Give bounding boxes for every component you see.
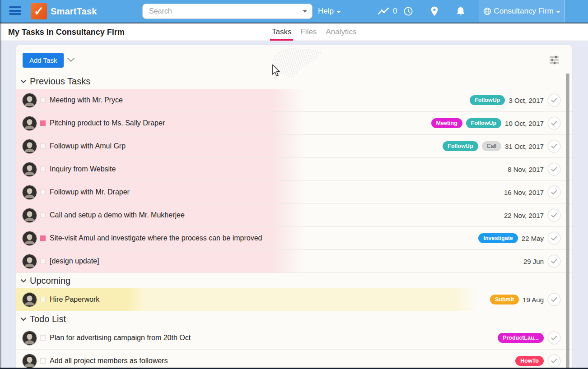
task-checkbox[interactable] <box>40 143 46 149</box>
task-row[interactable]: Followup with Mr. Draper 16 Nov, 2017 <box>16 181 572 204</box>
task-title: Followup with Amul Grp <box>50 142 126 150</box>
due-date: 31 Oct, 2017 <box>505 143 544 150</box>
task-row[interactable]: Add all project members as followers How… <box>16 350 572 369</box>
task-row[interactable]: Followup with Amul Grp FollowUpCall31 Oc… <box>16 135 572 158</box>
tag-pill[interactable]: FollowUp <box>443 141 478 151</box>
tag-pill[interactable]: Investigate <box>478 233 518 243</box>
workspace-caret-icon <box>556 11 560 13</box>
tag-pill[interactable]: Submit <box>490 295 519 304</box>
tag-pill[interactable]: HowTo <box>515 356 544 366</box>
task-list: Previous Tasks Meeting with Mr. Pryce Fo… <box>16 74 572 369</box>
assignee-avatar[interactable] <box>23 93 37 107</box>
task-row[interactable]: Site-visit Amul and investigate where th… <box>16 227 572 250</box>
tag-pill[interactable]: FollowUp <box>466 118 501 128</box>
tab-files[interactable]: Files <box>299 23 317 41</box>
task-title: Add all project members as followers <box>50 357 168 365</box>
task-row[interactable]: [design update] 29 Jun <box>16 250 572 273</box>
complete-check-icon[interactable] <box>547 185 561 199</box>
task-title: Site-visit Amul and investigate where th… <box>50 234 262 242</box>
tag-pill[interactable]: FollowUp <box>470 95 505 105</box>
list-toolbar: Add Task <box>16 45 572 74</box>
tag-pill[interactable]: Meeting <box>431 118 462 128</box>
task-title: Hire Paperwork <box>50 295 99 304</box>
window-frame-left <box>0 0 1 369</box>
globe-icon <box>483 7 491 15</box>
task-row[interactable]: Meeting with Mr. Pryce FollowUp3 Oct, 20… <box>16 89 572 112</box>
help-caret-icon <box>336 11 341 13</box>
render-artifact <box>269 48 322 78</box>
tag-pill[interactable]: ProductLau... <box>498 333 544 343</box>
task-list-card: Add Task Previous Tasks Meeting w <box>16 45 572 369</box>
task-checkbox[interactable] <box>40 189 46 195</box>
task-row[interactable]: Call and setup a demo with Mr. Mukherjee… <box>16 204 572 227</box>
complete-check-icon[interactable] <box>547 354 561 368</box>
complete-check-icon[interactable] <box>547 116 561 130</box>
section-chevron-icon <box>20 79 27 83</box>
assignee-avatar[interactable] <box>23 354 37 368</box>
complete-check-icon[interactable] <box>547 162 561 176</box>
menu-icon[interactable] <box>9 6 21 16</box>
task-title: Plan for advertising campaign from 20th … <box>50 334 191 342</box>
task-title: Call and setup a demo with Mr. Mukherjee <box>50 211 185 219</box>
filter-icon[interactable] <box>548 55 560 65</box>
bell-icon[interactable] <box>455 0 466 23</box>
task-row[interactable]: Pitching product to Ms. Sally Draper Mee… <box>16 112 572 135</box>
task-checkbox[interactable] <box>40 297 46 302</box>
task-row[interactable]: Plan for advertising campaign from 20th … <box>16 327 572 350</box>
complete-check-icon[interactable] <box>547 139 561 153</box>
assignee-avatar[interactable] <box>23 231 37 245</box>
task-title: Meeting with Mr. Pryce <box>50 96 123 104</box>
task-checkbox[interactable] <box>40 166 46 172</box>
complete-check-icon[interactable] <box>547 208 561 222</box>
due-date: 19 Aug <box>523 296 544 304</box>
task-checkbox[interactable] <box>40 212 46 218</box>
task-checkbox[interactable] <box>40 258 46 264</box>
list-scrollbar[interactable] <box>566 74 569 369</box>
task-meta: 29 Jun <box>523 254 572 268</box>
workspace-menu[interactable]: Consultancy Firm <box>479 0 565 23</box>
task-checkbox[interactable] <box>40 335 46 341</box>
add-task-button[interactable]: Add Task <box>23 53 64 68</box>
assignee-avatar[interactable] <box>23 208 37 222</box>
complete-check-icon[interactable] <box>547 293 561 306</box>
app-logo-icon[interactable]: ✓ <box>31 3 47 19</box>
task-title: Pitching product to Ms. Sally Draper <box>50 119 165 127</box>
task-title: Followup with Mr. Draper <box>50 188 130 196</box>
assignee-avatar[interactable] <box>23 139 37 153</box>
complete-check-icon[interactable] <box>547 254 561 268</box>
assignee-avatar[interactable] <box>23 185 37 199</box>
assignee-avatar[interactable] <box>23 293 37 307</box>
tab-tasks[interactable]: Tasks <box>271 23 292 41</box>
tag-pill[interactable]: Call <box>482 141 502 151</box>
workspace-name: Consultancy Firm <box>494 7 553 16</box>
task-meta: Investigate22 May <box>478 231 572 245</box>
help-menu[interactable]: Help <box>318 0 341 23</box>
task-row[interactable]: Hire Paperwork Submit19 Aug <box>16 288 572 311</box>
section-header[interactable]: Upcoming <box>16 273 572 288</box>
task-checkbox[interactable] <box>40 235 46 241</box>
task-checkbox[interactable] <box>40 358 46 364</box>
task-meta: FollowUp3 Oct, 2017 <box>470 93 572 107</box>
assignee-avatar[interactable] <box>23 116 37 130</box>
search-caret-icon[interactable] <box>303 10 307 13</box>
complete-check-icon[interactable] <box>547 93 561 107</box>
task-row[interactable]: Inquiry from Website 8 Nov, 2017 <box>16 158 572 181</box>
task-checkbox[interactable] <box>40 97 46 103</box>
task-meta: MeetingFollowUp10 Oct, 2017 <box>431 116 572 130</box>
clock-icon[interactable] <box>403 0 413 23</box>
complete-check-icon[interactable] <box>547 231 561 245</box>
location-icon[interactable] <box>429 0 439 23</box>
section-header[interactable]: Previous Tasks <box>16 74 572 89</box>
tab-analytics[interactable]: Analytics <box>325 23 357 41</box>
search-input[interactable] <box>142 4 313 19</box>
section-header[interactable]: Todo List <box>16 311 572 327</box>
task-meta: 8 Nov, 2017 <box>508 162 572 176</box>
assignee-avatar[interactable] <box>23 331 37 345</box>
task-checkbox[interactable] <box>40 120 46 126</box>
add-task-caret-icon[interactable] <box>67 57 75 62</box>
assignee-avatar[interactable] <box>23 162 37 176</box>
assignee-avatar[interactable] <box>23 254 37 268</box>
complete-check-icon[interactable] <box>547 331 561 345</box>
due-date: 8 Nov, 2017 <box>508 166 544 173</box>
activity-counter[interactable]: 0 <box>378 0 397 23</box>
